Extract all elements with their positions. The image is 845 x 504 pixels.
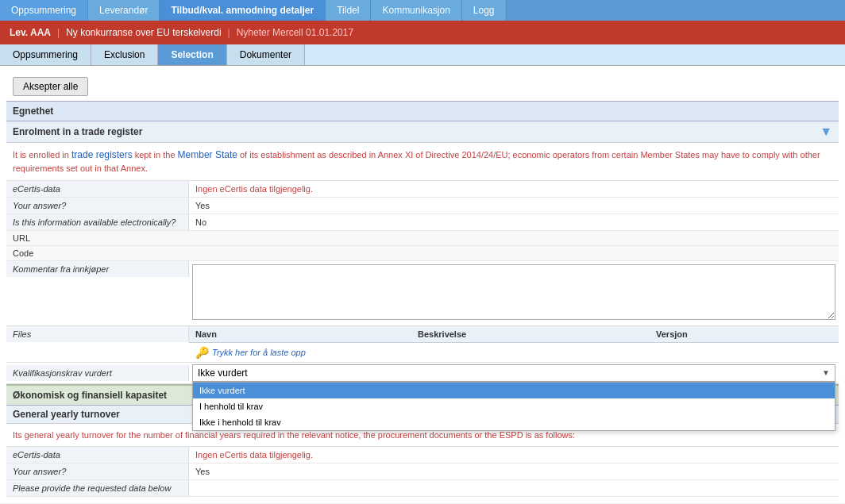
kval-select-wrapper: Ikke vurdert ▼ Ikke vurdert I henhold ti… [189, 363, 839, 383]
please-provide-label: Please provide the requested data below [6, 480, 189, 496]
top-navigation: Oppsummering Leverandør Tilbud/kval. anm… [0, 0, 845, 21]
files-col-navn: Navn [195, 329, 418, 339]
dropdown-item-i-henhold[interactable]: I henhold til krav [193, 398, 835, 414]
enrolment-title: Enrolment in a trade register [13, 126, 142, 137]
your-answer-row: Your answer? Yes [6, 198, 839, 214]
ecertis-row: eCertis-data Ingen eCertis data tilgjeng… [6, 181, 839, 198]
ecertis-turnover-value: Ingen eCertis data tilgjengelig. [189, 447, 839, 463]
dropdown-item-ikke-vurdert[interactable]: Ikke vurdert [193, 383, 835, 398]
files-content: Navn Beskrivelse Versjon 🔑 Trykk her for… [189, 326, 839, 362]
enrolment-description: It is enrolled in trade registers kept i… [6, 143, 839, 181]
dropdown-item-ikke-i-henhold[interactable]: Ikke i henhold til krav [193, 414, 835, 430]
kval-dropdown-list: Ikke vurdert I henhold til krav Ikke i h… [192, 382, 835, 431]
sep2: | [228, 27, 230, 38]
kommentar-row: Kommentar fra innkjøper [6, 261, 839, 326]
tab-kommunikasjon[interactable]: Kommunikasjon [371, 0, 461, 21]
turnover-title: General yearly turnover [13, 409, 120, 420]
your-answer-turnover-label: Your answer? [6, 464, 189, 479]
ecertis-turnover-row: eCertis-data Ingen eCertis data tilgjeng… [6, 447, 839, 464]
files-row: Files Navn Beskrivelse Versjon 🔑 Trykk h… [6, 326, 839, 363]
url-row: URL [6, 231, 839, 246]
ecertis-label: eCertis-data [6, 181, 189, 197]
kval-select-display[interactable]: Ikke vurdert ▼ [192, 364, 835, 382]
tab-leverandor[interactable]: Leverandør [88, 0, 160, 21]
your-answer-value: Yes [189, 198, 839, 214]
upload-row: 🔑 Trykk her for å laste opp [189, 343, 839, 362]
your-answer-turnover-value: Yes [189, 464, 839, 479]
sep1: | [57, 27, 60, 38]
subnav-selection[interactable]: Selection [158, 44, 226, 65]
enrolment-subsection-header: Enrolment in a trade register ▼ [6, 121, 839, 143]
kval-label: Kvalifikasjonskrav vurdert [6, 365, 189, 381]
kommentar-value-area [189, 261, 839, 325]
tab-oppsummering[interactable]: Oppsummering [0, 0, 88, 21]
tab-logg[interactable]: Logg [462, 0, 507, 21]
tab-tildel[interactable]: Tildel [326, 0, 371, 21]
news-label: Nyheter Mercell 01.01.2017 [237, 27, 353, 38]
please-provide-value [189, 480, 839, 496]
code-row: Code [6, 246, 839, 261]
header-banner: Lev. AAA | Ny konkurranse over EU terske… [0, 21, 845, 44]
ecertis-turnover-label: eCertis-data [6, 447, 189, 463]
files-header: Navn Beskrivelse Versjon [189, 326, 839, 343]
files-col-beskrivelse: Beskrivelse [418, 329, 656, 339]
egnethet-section-header: Egnethet [6, 101, 839, 121]
ecertis-value: Ingen eCertis data tilgjengelig. [189, 181, 839, 197]
files-col-versjon: Versjon [656, 329, 832, 339]
kval-select[interactable]: Ikke vurdert ▼ Ikke vurdert I henhold ti… [192, 364, 835, 382]
subnav-exclusion[interactable]: Exclusion [91, 44, 158, 65]
tab-tilbud[interactable]: Tilbud/kval. anmodning detaljer [160, 0, 326, 21]
files-label: Files [6, 326, 189, 342]
is-info-label: Is this information available electronic… [6, 214, 189, 230]
aksepter-alle-button[interactable]: Aksepter alle [13, 77, 88, 96]
upload-icon: 🔑 [195, 346, 209, 359]
kval-row: Kvalifikasjonskrav vurdert Ikke vurdert … [6, 363, 839, 384]
competition-title: Ny konkurranse over EU terskelverdi [66, 27, 221, 38]
your-answer-label: Your answer? [6, 198, 189, 214]
subnav-oppsummering[interactable]: Oppsummering [0, 44, 91, 65]
main-content: Aksepter alle Egnethet Enrolment in a tr… [0, 66, 845, 503]
is-info-value: No [189, 214, 839, 230]
kommentar-textarea[interactable] [192, 264, 835, 320]
upload-link[interactable]: Trykk her for å laste opp [212, 348, 306, 357]
kommentar-label: Kommentar fra innkjøper [6, 261, 189, 277]
please-provide-row: Please provide the requested data below [6, 480, 839, 497]
chevron-down-icon: ▼ [822, 368, 830, 377]
is-info-row: Is this information available electronic… [6, 214, 839, 231]
button-bar: Aksepter alle [6, 72, 839, 101]
sub-navigation: Oppsummering Exclusion Selection Dokumen… [0, 44, 845, 66]
kval-selected-value: Ikke vurdert [198, 367, 248, 379]
your-answer-turnover-row: Your answer? Yes [6, 464, 839, 480]
subnav-dokumenter[interactable]: Dokumenter [227, 44, 305, 65]
lev-label: Lev. AAA [10, 27, 51, 38]
expand-icon[interactable]: ▼ [820, 125, 832, 139]
